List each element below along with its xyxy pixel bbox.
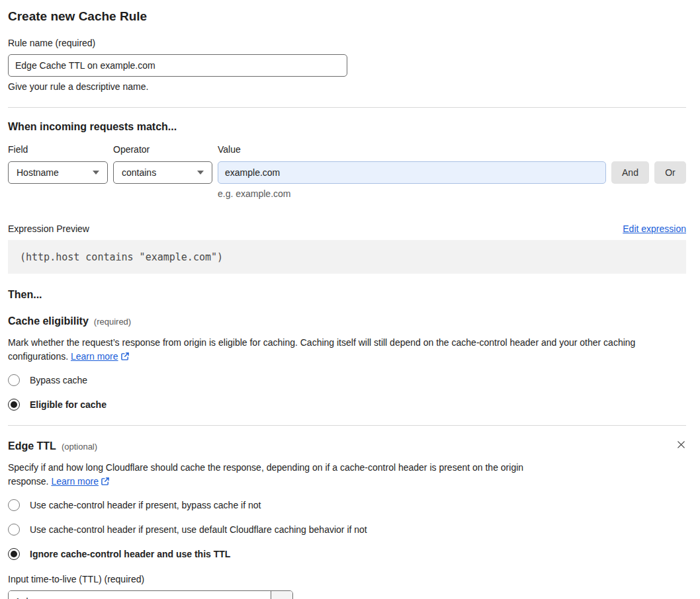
chevron-down-icon bbox=[93, 171, 99, 175]
edge-ttl-options: Use cache-control header if present, byp… bbox=[8, 499, 686, 560]
radio-option-label: Eligible for cache bbox=[30, 399, 107, 410]
value-helper: e.g. example.com bbox=[218, 188, 606, 200]
expression-code: (http.host contains "example.com") bbox=[20, 251, 223, 263]
cache-eligibility-description: Mark whether the request’s response from… bbox=[8, 336, 686, 364]
operator-label: Operator bbox=[113, 144, 212, 155]
radio-option-use-cc-bypass[interactable]: Use cache-control header if present, byp… bbox=[8, 499, 686, 511]
ttl-select[interactable] bbox=[8, 590, 293, 599]
rule-name-label: Rule name (required) bbox=[8, 38, 686, 49]
chevron-down-icon bbox=[197, 171, 204, 175]
requirement-badge: (optional) bbox=[62, 442, 97, 452]
operator-select[interactable]: contains bbox=[113, 161, 212, 184]
expression-code-block: (http.host contains "example.com") bbox=[8, 240, 686, 274]
radio-icon bbox=[8, 399, 20, 411]
radio-option-label: Bypass cache bbox=[30, 375, 87, 385]
radio-option-label: Use cache-control header if present, byp… bbox=[30, 500, 261, 510]
rule-name-input[interactable] bbox=[8, 54, 347, 77]
radio-icon bbox=[8, 374, 20, 386]
learn-more-link[interactable]: Learn more bbox=[51, 476, 110, 487]
radio-option-ignore-cc-ttl[interactable]: Ignore cache-control header and use this… bbox=[8, 548, 686, 560]
page-title: Create new Cache Rule bbox=[8, 9, 686, 24]
expression-preview-row: Expression Preview Edit expression bbox=[8, 223, 686, 234]
then-heading: Then... bbox=[8, 288, 686, 301]
edit-expression-link[interactable]: Edit expression bbox=[623, 223, 686, 234]
cache-eligibility-section: Cache eligibility(required) Mark whether… bbox=[8, 315, 686, 411]
radio-option-eligible-for-cache[interactable]: Eligible for cache bbox=[8, 399, 686, 411]
section-divider bbox=[8, 425, 686, 426]
rule-name-helper: Give your rule a descriptive name. bbox=[8, 81, 686, 93]
ttl-label: Input time-to-live (TTL) (required) bbox=[8, 574, 686, 585]
match-heading: When incoming requests match... bbox=[8, 120, 686, 133]
field-select[interactable]: Hostname bbox=[8, 161, 108, 184]
ttl-dropdown-button[interactable] bbox=[271, 591, 292, 599]
radio-icon bbox=[8, 499, 20, 511]
close-icon bbox=[676, 440, 686, 450]
learn-more-link[interactable]: Learn more bbox=[71, 351, 130, 362]
external-link-icon bbox=[120, 352, 130, 361]
external-link-icon bbox=[101, 477, 110, 486]
edge-ttl-header: Edge TTL(optional) bbox=[8, 440, 686, 452]
radio-icon bbox=[8, 524, 20, 536]
match-builder: Field Operator Value Hostname contains A… bbox=[8, 144, 686, 200]
edge-ttl-description: Specify if and how long Cloudflare shoul… bbox=[8, 461, 558, 489]
and-button[interactable]: And bbox=[611, 161, 649, 184]
field-select-value: Hostname bbox=[17, 167, 59, 178]
radio-option-label: Use cache-control header if present, use… bbox=[30, 524, 367, 535]
cache-eligibility-header: Cache eligibility(required) bbox=[8, 315, 686, 327]
expression-preview-label: Expression Preview bbox=[8, 223, 89, 234]
close-edge-ttl-button[interactable] bbox=[676, 440, 686, 450]
operator-select-value: contains bbox=[122, 167, 156, 178]
cache-eligibility-heading: Cache eligibility bbox=[8, 315, 89, 327]
edge-ttl-heading: Edge TTL bbox=[8, 440, 56, 452]
or-button[interactable]: Or bbox=[654, 161, 686, 184]
create-cache-rule-form: Create new Cache Rule Rule name (require… bbox=[8, 9, 686, 599]
value-input[interactable] bbox=[218, 161, 606, 184]
section-divider bbox=[8, 107, 686, 108]
radio-icon bbox=[8, 548, 20, 560]
cache-eligibility-options: Bypass cache Eligible for cache bbox=[8, 374, 686, 411]
radio-option-bypass-cache[interactable]: Bypass cache bbox=[8, 374, 686, 386]
ttl-input[interactable] bbox=[9, 591, 271, 599]
value-label: Value bbox=[218, 144, 606, 155]
radio-option-label: Ignore cache-control header and use this… bbox=[30, 549, 230, 559]
radio-option-use-cc-default[interactable]: Use cache-control header if present, use… bbox=[8, 524, 686, 536]
requirement-badge: (required) bbox=[94, 317, 131, 327]
field-label: Field bbox=[8, 144, 108, 155]
edge-ttl-section: Edge TTL(optional) Specify if and how lo… bbox=[8, 440, 686, 599]
rule-name-block: Rule name (required) Give your rule a de… bbox=[8, 38, 686, 93]
